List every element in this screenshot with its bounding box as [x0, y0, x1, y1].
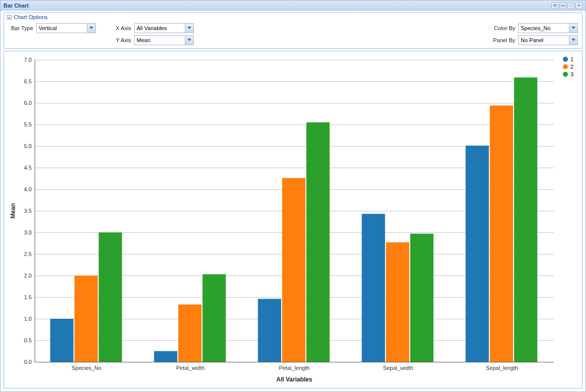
- legend-item[interactable]: 3: [563, 71, 579, 77]
- legend-item[interactable]: 1: [563, 56, 579, 62]
- svg-text:All Variables: All Variables: [276, 376, 312, 383]
- svg-text:Species_No: Species_No: [72, 365, 101, 371]
- panel-by-select[interactable]: [518, 35, 578, 45]
- chart-options-panel: ▲ Chart Options Bar Type X: [4, 13, 582, 49]
- bar[interactable]: [99, 232, 122, 362]
- bar[interactable]: [514, 77, 537, 362]
- svg-text:6.0: 6.0: [24, 100, 32, 106]
- color-by-label: Color By: [488, 25, 515, 31]
- bar[interactable]: [362, 214, 385, 362]
- svg-marker-1: [187, 27, 191, 29]
- bar[interactable]: [306, 122, 329, 362]
- chevron-down-icon[interactable]: [185, 24, 193, 33]
- bar-type-label: Bar Type: [8, 25, 33, 31]
- bar[interactable]: [50, 319, 73, 362]
- chart-options-toggle[interactable]: ▲ Chart Options: [4, 13, 582, 21]
- collapse-icon: ▲: [7, 15, 12, 20]
- bar-chart-svg: 0.00.51.01.52.02.53.03.54.04.55.05.56.06…: [7, 54, 559, 385]
- svg-text:4.0: 4.0: [24, 186, 32, 192]
- bar[interactable]: [258, 299, 281, 362]
- legend-label: 1: [570, 56, 573, 62]
- window-titlebar: Bar Chart ⟲ ▭ □ ×: [1, 1, 585, 11]
- svg-text:1.5: 1.5: [24, 294, 32, 300]
- chart-options-body: Bar Type X Axis: [4, 21, 582, 48]
- bar[interactable]: [490, 105, 513, 362]
- legend-label: 2: [570, 64, 573, 70]
- minimize-button[interactable]: ▭: [559, 2, 566, 9]
- chevron-down-icon[interactable]: [569, 24, 577, 33]
- color-by-select[interactable]: [518, 23, 578, 33]
- svg-marker-0: [89, 27, 93, 29]
- svg-text:5.0: 5.0: [24, 143, 32, 149]
- bar-chart-window: Bar Chart ⟲ ▭ □ × ▲ Chart Options Bar Ty…: [0, 0, 586, 392]
- svg-text:3.5: 3.5: [24, 208, 32, 214]
- legend-swatch-icon: [563, 72, 568, 77]
- legend-item[interactable]: 2: [563, 64, 579, 70]
- x-axis-label: X Axis: [111, 25, 131, 31]
- legend-swatch-icon: [563, 57, 568, 62]
- svg-marker-3: [571, 27, 575, 29]
- svg-text:4.5: 4.5: [24, 165, 32, 171]
- color-by-input[interactable]: [519, 24, 569, 33]
- svg-marker-2: [187, 39, 191, 41]
- svg-text:5.5: 5.5: [24, 121, 32, 127]
- bar-type-select[interactable]: [36, 23, 96, 33]
- bar[interactable]: [465, 146, 489, 362]
- bar[interactable]: [282, 178, 305, 362]
- x-axis-input[interactable]: [135, 24, 185, 33]
- chevron-down-icon[interactable]: [87, 24, 95, 33]
- chevron-down-icon[interactable]: [185, 36, 193, 45]
- window-controls: ⟲ ▭ □ ×: [551, 2, 582, 9]
- bar-type-input[interactable]: [37, 24, 87, 33]
- svg-text:Petal_length: Petal_length: [279, 365, 309, 371]
- legend-swatch-icon: [563, 64, 568, 69]
- svg-text:2.5: 2.5: [24, 251, 32, 257]
- chevron-down-icon[interactable]: [569, 36, 577, 45]
- svg-text:Sepal_width: Sepal_width: [383, 365, 413, 371]
- svg-text:6.5: 6.5: [24, 78, 32, 84]
- chart-container: 0.00.51.01.52.02.53.03.54.04.55.05.56.06…: [4, 51, 582, 388]
- y-axis-select[interactable]: [134, 35, 194, 45]
- svg-text:1.0: 1.0: [24, 316, 32, 322]
- svg-text:2.0: 2.0: [24, 273, 32, 279]
- maximize-button[interactable]: □: [567, 2, 574, 9]
- panel-by-label: Panel By: [488, 37, 515, 43]
- bar[interactable]: [178, 305, 201, 362]
- x-axis-select[interactable]: [134, 23, 194, 33]
- bar[interactable]: [386, 242, 409, 362]
- close-button[interactable]: ×: [575, 2, 582, 9]
- bar[interactable]: [154, 351, 177, 362]
- window-title: Bar Chart: [4, 3, 29, 9]
- y-axis-input[interactable]: [135, 36, 185, 45]
- svg-text:Petal_width: Petal_width: [176, 365, 205, 371]
- legend-label: 3: [570, 71, 573, 77]
- svg-text:Sepal_length: Sepal_length: [486, 365, 518, 371]
- panel-by-input[interactable]: [519, 36, 569, 45]
- legend: 123: [559, 54, 579, 385]
- svg-text:0.5: 0.5: [24, 337, 32, 343]
- y-axis-label: Y Axis: [111, 37, 131, 43]
- svg-text:3.0: 3.0: [24, 229, 32, 235]
- svg-text:0.0: 0.0: [24, 359, 32, 365]
- svg-text:7.0: 7.0: [24, 57, 32, 63]
- plot-area: 0.00.51.01.52.02.53.03.54.04.55.05.56.06…: [7, 54, 559, 385]
- refresh-button[interactable]: ⟲: [551, 2, 558, 9]
- chart-options-title: Chart Options: [14, 14, 48, 20]
- bar[interactable]: [202, 274, 225, 362]
- bar[interactable]: [74, 276, 97, 362]
- svg-text:Mean: Mean: [10, 203, 17, 219]
- svg-marker-4: [571, 39, 575, 41]
- bar[interactable]: [410, 234, 433, 362]
